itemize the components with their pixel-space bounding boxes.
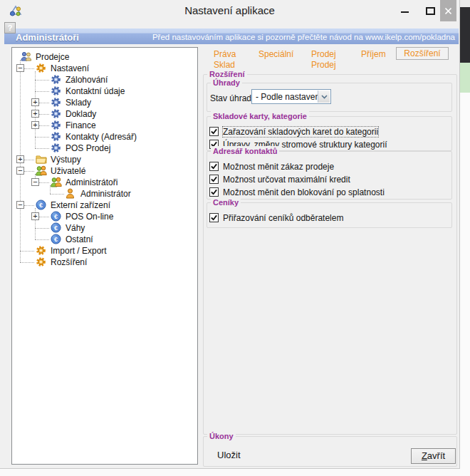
tree-item-label[interactable]: Kontakty (Adresář) xyxy=(66,132,137,142)
checkbox-label[interactable]: Možnost měnit den blokování po splatnost… xyxy=(223,187,385,197)
minimize-icon xyxy=(401,11,409,13)
tree-item-label[interactable]: Zálohování xyxy=(66,75,108,85)
tree-item-label[interactable]: Finance xyxy=(66,120,96,130)
tree-connector-line xyxy=(35,239,49,240)
tab-prodej-2[interactable]: Prodej xyxy=(311,60,336,70)
tree-row: Zálohování xyxy=(12,74,197,86)
tree-row: −€Externí zařízení xyxy=(12,200,197,211)
tree-item-label[interactable]: Sklady xyxy=(66,98,91,108)
close-button[interactable] xyxy=(440,0,456,21)
tree-row: Prodejce xyxy=(12,51,197,63)
group-title: Úhrady xyxy=(211,78,242,88)
desktop-background xyxy=(460,7,470,63)
tree-item-label[interactable]: POS On-line xyxy=(66,212,113,222)
collapse-icon[interactable]: − xyxy=(16,64,24,72)
title-bar: Nastavení aplikace xyxy=(0,0,459,21)
tree-item-label[interactable]: Váhy xyxy=(66,223,85,233)
users-icon xyxy=(51,177,62,188)
close-dialog-button[interactable]: Zavřít xyxy=(411,448,456,464)
person-icon xyxy=(66,188,77,200)
tree-item-label[interactable]: Prodejce xyxy=(36,52,69,62)
tree-item-label[interactable]: Výstupy xyxy=(51,155,81,165)
tree-item-label[interactable]: Administrátoři xyxy=(66,177,118,187)
euro-icon: € xyxy=(51,211,62,222)
stav-uhrad-select[interactable]: - Podle nastavení - xyxy=(251,89,331,104)
checkbox-checked[interactable] xyxy=(209,213,219,222)
tree-row: +Finance xyxy=(12,120,197,131)
tree-item-label[interactable]: Rozšíření xyxy=(51,257,87,267)
minimize-button[interactable] xyxy=(397,3,414,19)
tree-connector-line xyxy=(35,137,49,138)
tree-row: Administrátor xyxy=(12,188,197,200)
tree-connector-line xyxy=(35,80,49,81)
checkbox-label[interactable]: Zařazování skladových karet do kategorii xyxy=(223,127,378,137)
expand-icon[interactable]: + xyxy=(16,155,24,163)
tree-connector-line xyxy=(20,262,34,263)
tree-connector-line xyxy=(35,91,49,92)
checkbox-label[interactable]: Přiřazování ceníků odběratelem xyxy=(223,213,343,223)
tab-prodej-1[interactable]: Prodej xyxy=(311,49,336,59)
expand-icon[interactable]: + xyxy=(31,98,39,106)
tree-item-label[interactable]: Uživatelé xyxy=(51,166,85,176)
settings-window: Nastavení aplikace ? Administrátoři Před… xyxy=(0,0,460,469)
collapse-icon[interactable]: − xyxy=(16,201,24,209)
gear-orange-icon xyxy=(36,245,47,257)
group-title: Úkony xyxy=(207,431,236,442)
tree-connector-line xyxy=(39,217,49,217)
check-icon xyxy=(211,128,217,135)
tree-row: €Ostatní xyxy=(12,234,197,245)
tree-item-label[interactable]: Externí zařízení xyxy=(51,200,110,210)
users-icon xyxy=(36,165,47,177)
tree-connector-line xyxy=(39,125,49,126)
tree-item-label[interactable]: Doklady xyxy=(66,109,96,119)
tree-item-label[interactable]: POS Prodej xyxy=(66,143,110,153)
collapse-icon[interactable]: − xyxy=(16,167,24,175)
tree-connector-line xyxy=(39,182,49,183)
people-icon xyxy=(21,51,32,63)
tree-item-label[interactable]: Administrátor xyxy=(80,189,131,199)
checkbox-checked[interactable] xyxy=(209,187,219,197)
gear-blue-icon xyxy=(51,97,62,108)
tree-item-label[interactable]: Import / Export xyxy=(51,246,107,256)
group-title: Adresář kontaktů xyxy=(211,146,279,157)
dropdown-button[interactable] xyxy=(318,90,330,103)
tab-sklad[interactable]: Sklad xyxy=(214,60,235,70)
tab-specialni[interactable]: Speciální xyxy=(258,49,293,59)
checkbox-label[interactable]: Možnost měnit zákaz prodeje xyxy=(223,162,334,172)
check-icon xyxy=(211,163,217,170)
checkbox-checked[interactable] xyxy=(209,127,219,136)
tree-item-label[interactable]: Nastavení xyxy=(51,63,89,73)
tree-item-label[interactable]: Kontaktní údaje xyxy=(66,86,125,96)
expand-icon[interactable]: + xyxy=(31,110,39,118)
tree-row: Rozšíření xyxy=(12,257,197,268)
tree-connector-line xyxy=(24,68,34,69)
tab-prijem[interactable]: Příjem xyxy=(361,49,386,59)
tree-item-label[interactable]: Ostatní xyxy=(66,234,93,244)
help-button[interactable]: ? xyxy=(4,22,16,33)
tab-prava[interactable]: Práva xyxy=(214,49,236,59)
tree-row: −Nastavení xyxy=(12,63,197,74)
expand-icon[interactable]: + xyxy=(31,212,39,220)
checkbox-group: Adresář kontaktůMožnost měnit zákaz prod… xyxy=(207,151,452,200)
collapse-icon[interactable]: − xyxy=(31,178,39,186)
tree-row: Kontakty (Adresář) xyxy=(12,131,197,143)
tree-connector-line xyxy=(24,205,34,206)
tree-row: +€POS On-line xyxy=(12,211,197,222)
tree-connector-line xyxy=(24,160,34,160)
gear-blue-icon xyxy=(51,108,62,120)
checkbox-checked[interactable] xyxy=(209,162,219,171)
gear-orange-icon xyxy=(36,63,47,74)
tab-rozsireni-selected[interactable]: Rozšíření xyxy=(396,47,449,60)
save-button[interactable]: Uložit xyxy=(217,450,241,460)
section-heading: Administrátoři xyxy=(16,32,79,43)
checkbox-checked[interactable] xyxy=(209,175,219,184)
gear-blue-icon xyxy=(51,120,62,131)
expand-icon[interactable]: + xyxy=(31,121,39,129)
euro-icon: € xyxy=(36,200,47,211)
euro-icon: € xyxy=(51,222,62,234)
svg-text:€: € xyxy=(54,224,58,232)
maximize-button[interactable] xyxy=(422,3,439,19)
checkbox-label[interactable]: Možnost určovat maximální kredit xyxy=(223,175,350,185)
tree-connector-line xyxy=(39,114,49,115)
group-title: Ceníky xyxy=(211,197,241,208)
